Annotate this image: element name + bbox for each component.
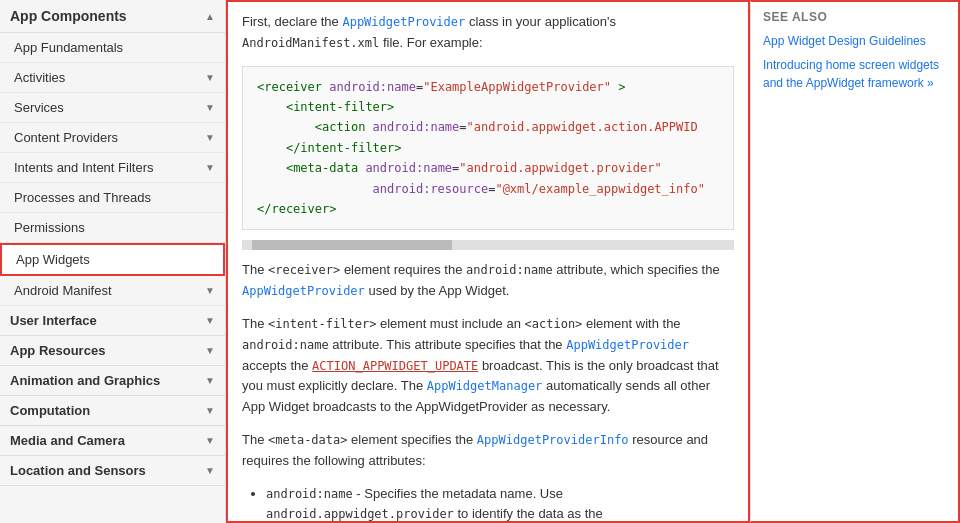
sidebar-item-label: Activities: [14, 70, 65, 85]
sidebar-item-label: Processes and Threads: [14, 190, 151, 205]
sidebar-header[interactable]: App Components ▲: [0, 0, 225, 33]
sidebar-section-media[interactable]: Media and Camera ▼: [0, 426, 225, 456]
chevron-down-icon: ▼: [205, 102, 215, 113]
code-android-name: android:name: [266, 487, 353, 501]
list-item-android-name: android:name - Specifies the metadata na…: [266, 484, 734, 524]
sidebar-section-animation[interactable]: Animation and Graphics ▼: [0, 366, 225, 396]
chevron-down-icon: ▼: [205, 345, 215, 356]
intro-paragraph: First, declare the AppWidgetProvider cla…: [242, 12, 734, 54]
sidebar-item-intents[interactable]: Intents and Intent Filters ▼: [0, 153, 225, 183]
code-action-tag: <action>: [525, 317, 583, 331]
chevron-down-icon: ▼: [205, 405, 215, 416]
chevron-down-icon: ▼: [205, 465, 215, 476]
code-appwidgetprovider-ref: AppWidgetProvider: [242, 284, 365, 298]
sidebar-item-android-manifest[interactable]: Android Manifest ▼: [0, 276, 225, 306]
sidebar-section-label: App Resources: [10, 343, 105, 358]
code-appwidgetproviderinfo: AppWidgetProviderInfo: [477, 433, 629, 447]
sidebar-item-app-widgets[interactable]: App Widgets: [0, 243, 225, 276]
sidebar-section-user-interface[interactable]: User Interface ▼: [0, 306, 225, 336]
sidebar-item-label: Services: [14, 100, 64, 115]
sidebar-header-label: App Components: [10, 8, 127, 24]
see-also-link-2[interactable]: Introducing home screen widgets and the …: [763, 56, 946, 92]
chevron-down-icon: ▼: [205, 375, 215, 386]
code-appwidgetprovider-inline: AppWidgetProvider: [342, 15, 465, 29]
code-example-block: <receiver android:name="ExampleAppWidget…: [242, 66, 734, 231]
horizontal-scrollbar[interactable]: [242, 240, 734, 250]
sidebar-section-label: Media and Camera: [10, 433, 125, 448]
chevron-down-icon: ▼: [205, 285, 215, 296]
code-android-name-attr2: android:name: [242, 338, 329, 352]
code-androidmanifest: AndroidManifest.xml: [242, 36, 379, 50]
sidebar-header-chevron: ▲: [205, 11, 215, 22]
sidebar-item-content-providers[interactable]: Content Providers ▼: [0, 123, 225, 153]
code-action-appwidget-update: ACTION_APPWIDGET_UPDATE: [312, 359, 478, 373]
chevron-down-icon: ▼: [205, 315, 215, 326]
sidebar-item-processes[interactable]: Processes and Threads: [0, 183, 225, 213]
sidebar-item-label: Android Manifest: [14, 283, 112, 298]
sidebar: App Components ▲ App Fundamentals Activi…: [0, 0, 226, 523]
chevron-down-icon: ▼: [205, 435, 215, 446]
see-also-title: SEE ALSO: [763, 10, 946, 24]
see-also-panel: SEE ALSO App Widget Design Guidelines In…: [750, 0, 960, 523]
code-appwidgetmanager: AppWidgetManager: [427, 379, 543, 393]
chevron-down-icon: ▼: [205, 162, 215, 173]
sidebar-section-label: Animation and Graphics: [10, 373, 160, 388]
code-intent-filter-tag: <intent-filter>: [268, 317, 376, 331]
see-also-link-1[interactable]: App Widget Design Guidelines: [763, 32, 946, 50]
article-content: First, declare the AppWidgetProvider cla…: [226, 0, 750, 523]
code-receiver-tag: <receiver>: [268, 263, 340, 277]
sidebar-item-activities[interactable]: Activities ▼: [0, 63, 225, 93]
sidebar-section-computation[interactable]: Computation ▼: [0, 396, 225, 426]
sidebar-item-label: App Fundamentals: [14, 40, 123, 55]
sidebar-section-location[interactable]: Location and Sensors ▼: [0, 456, 225, 486]
sidebar-item-label: Intents and Intent Filters: [14, 160, 153, 175]
sidebar-section-label: Location and Sensors: [10, 463, 146, 478]
receiver-paragraph: The <receiver> element requires the andr…: [242, 260, 734, 302]
code-meta-data-tag: <meta-data>: [268, 433, 347, 447]
sidebar-item-app-fundamentals[interactable]: App Fundamentals: [0, 33, 225, 63]
intent-filter-paragraph: The <intent-filter> element must include…: [242, 314, 734, 418]
sidebar-item-permissions[interactable]: Permissions: [0, 213, 225, 243]
scrollbar-thumb[interactable]: [252, 240, 452, 250]
code-android-name-attr: android:name: [466, 263, 553, 277]
attributes-list: android:name - Specifies the metadata na…: [266, 484, 734, 524]
sidebar-item-label: App Widgets: [16, 252, 90, 267]
main-content-area: First, declare the AppWidgetProvider cla…: [226, 0, 960, 523]
sidebar-section-label: User Interface: [10, 313, 97, 328]
code-appwidgetprovider-ref2: AppWidgetProvider: [566, 338, 689, 352]
sidebar-section-app-resources[interactable]: App Resources ▼: [0, 336, 225, 366]
sidebar-item-services[interactable]: Services ▼: [0, 93, 225, 123]
chevron-down-icon: ▼: [205, 72, 215, 83]
meta-data-paragraph: The <meta-data> element specifies the Ap…: [242, 430, 734, 472]
code-appwidget-provider: android.appwidget.provider: [266, 507, 454, 521]
sidebar-item-label: Permissions: [14, 220, 85, 235]
sidebar-item-label: Content Providers: [14, 130, 118, 145]
chevron-down-icon: ▼: [205, 132, 215, 143]
sidebar-section-label: Computation: [10, 403, 90, 418]
